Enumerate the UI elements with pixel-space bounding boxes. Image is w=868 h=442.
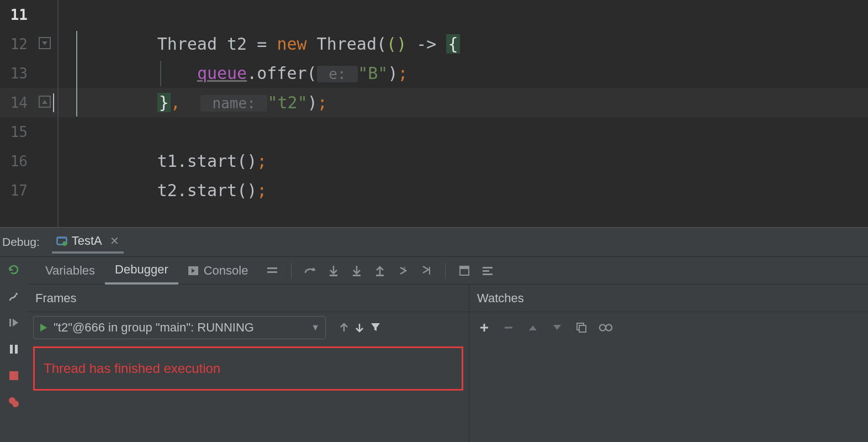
watches-title: Watches [469, 285, 868, 312]
filter-frames-icon[interactable] [370, 322, 381, 334]
code-text: Thread t2 = new Thread(() -> { [57, 34, 460, 54]
show-watches-icon[interactable] [599, 320, 613, 335]
svg-rect-15 [376, 275, 384, 276]
view-breakpoints-button[interactable] [7, 395, 21, 409]
svg-rect-17 [429, 267, 430, 275]
svg-rect-6 [15, 345, 18, 354]
svg-rect-20 [483, 267, 493, 269]
line-number: 16 [0, 153, 31, 170]
line-number: 15 [0, 124, 31, 140]
add-watch-icon[interactable] [477, 320, 491, 335]
svg-point-25 [600, 324, 606, 330]
tab-debugger[interactable]: Debugger [105, 257, 178, 285]
code-line-current[interactable]: 14 }, name: "t2"); [0, 88, 868, 117]
remove-watch-icon[interactable] [501, 320, 516, 335]
resume-button[interactable] [7, 315, 21, 330]
console-icon [188, 266, 198, 275]
watches-toolbar [469, 312, 868, 343]
svg-text:x: x [403, 265, 406, 271]
frames-message-highlight: Thread has finished execution [33, 346, 463, 391]
copy-watch-icon[interactable] [574, 320, 589, 335]
debug-side-toolbar [0, 257, 28, 442]
tab-variables[interactable]: Variables [35, 257, 105, 284]
step-out-icon[interactable] [372, 263, 388, 278]
move-up-icon[interactable] [526, 320, 540, 335]
step-over-icon[interactable] [303, 263, 318, 278]
fold-down-icon[interactable] [39, 37, 51, 49]
code-text: queue.offer( e: "B"); [57, 64, 408, 83]
indent-guide-outer [76, 31, 77, 117]
code-text: t1.start(); [57, 151, 267, 171]
watches-panel: Watches [469, 285, 868, 442]
debug-toolwindow-header: Debug: TestA ✕ [0, 227, 868, 257]
toolbar-divider [291, 263, 292, 278]
fold-up-icon[interactable] [39, 96, 51, 108]
stop-button[interactable] [7, 369, 21, 383]
drop-frame-icon[interactable]: x [395, 263, 411, 278]
thread-selector-value: "t2"@666 in group "main": RUNNING [54, 320, 254, 335]
code-line[interactable]: 17 t2.start(); [0, 176, 868, 205]
settings-button[interactable] [7, 289, 21, 303]
evaluate-expression-icon[interactable] [457, 263, 472, 278]
line-number: 17 [0, 182, 31, 199]
chevron-down-icon: ▼ [311, 323, 320, 333]
svg-point-2 [62, 241, 67, 246]
code-line[interactable]: 13 queue.offer( e: "B"); [0, 59, 868, 88]
code-editor[interactable]: 11 12 Thread t2 = new Thread(() -> { 13 … [0, 0, 868, 227]
step-toolbar: x [264, 263, 495, 278]
frames-title: Frames [28, 285, 469, 312]
svg-point-3 [15, 293, 18, 295]
application-icon [56, 236, 67, 246]
thread-selector[interactable]: "t2"@666 in group "main": RUNNING ▼ [33, 316, 326, 339]
running-thread-icon [39, 323, 48, 333]
svg-rect-14 [353, 275, 361, 276]
svg-rect-7 [9, 371, 18, 380]
previous-frame-icon[interactable] [339, 322, 349, 334]
debug-panel: Variables Debugger Console [0, 257, 868, 442]
run-to-cursor-icon[interactable] [419, 263, 434, 278]
svg-rect-11 [267, 267, 277, 269]
svg-point-9 [12, 401, 19, 407]
pause-button[interactable] [7, 342, 21, 356]
line-number: 12 [0, 36, 31, 52]
debug-subtabs: Variables Debugger Console [28, 257, 868, 285]
parameter-hint: name: [200, 95, 268, 112]
svg-point-26 [606, 324, 612, 330]
tab-console[interactable]: Console [178, 257, 258, 284]
svg-rect-13 [330, 275, 337, 276]
debug-tab-title: TestA [72, 234, 102, 248]
debug-session-tab[interactable]: TestA ✕ [52, 230, 124, 254]
debug-panels: Frames "t2"@666 in group "main": RUNNING… [28, 285, 868, 442]
move-down-icon[interactable] [550, 320, 564, 335]
step-into-icon[interactable] [326, 263, 341, 278]
next-frame-icon[interactable] [354, 322, 364, 334]
code-text: t2.start(); [57, 181, 267, 200]
trace-current-stream-chain-icon[interactable] [480, 263, 495, 278]
svg-rect-4 [9, 319, 11, 327]
force-step-into-icon[interactable] [349, 263, 364, 278]
debug-label: Debug: [2, 235, 40, 249]
line-number: 13 [0, 65, 31, 82]
show-execution-point-icon[interactable] [264, 263, 280, 278]
rerun-button[interactable] [7, 262, 21, 277]
indent-guide-inner [160, 61, 161, 86]
close-icon[interactable]: ✕ [110, 234, 119, 248]
code-line[interactable]: 16 t1.start(); [0, 146, 868, 176]
svg-rect-19 [460, 266, 469, 269]
svg-rect-22 [483, 273, 493, 275]
line-number: 14 [0, 94, 31, 111]
code-line[interactable]: 11 [0, 0, 868, 29]
parameter-hint: e: [317, 66, 358, 82]
code-text: }, name: "t2"); [57, 93, 327, 112]
text-cursor [53, 93, 54, 112]
svg-rect-24 [579, 325, 586, 332]
svg-rect-12 [267, 271, 277, 273]
gutter-separator [57, 0, 59, 227]
frames-panel: Frames "t2"@666 in group "main": RUNNING… [28, 285, 469, 442]
svg-rect-5 [10, 345, 13, 354]
line-number: 11 [0, 7, 31, 23]
code-line[interactable]: 15 [0, 117, 868, 146]
svg-rect-21 [483, 270, 489, 272]
code-line[interactable]: 12 Thread t2 = new Thread(() -> { [0, 29, 868, 59]
frames-message: Thread has finished execution [44, 361, 220, 376]
